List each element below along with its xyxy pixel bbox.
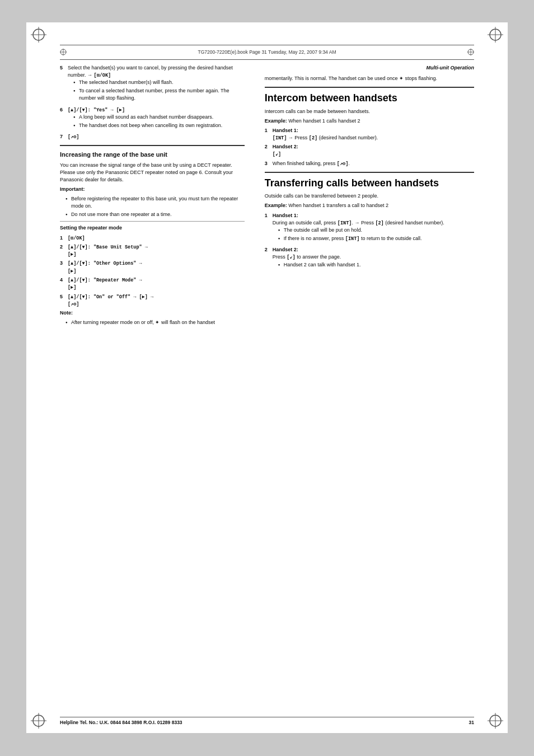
note-label: Note: (60, 309, 245, 317)
page-number: 31 (469, 720, 474, 725)
step-5-num: 5 (60, 64, 65, 105)
corner-mark-br (488, 713, 503, 729)
i-step-2-num: 2 (265, 143, 270, 158)
r-step-4-content: [▲]/[▼]: "Repeater Mode" →[►] (68, 276, 245, 292)
corner-mark-tl (31, 27, 46, 43)
repeater-step-5: 5 [▲]/[▼]: "On" or "Off" → [►] →[↗⊙] (60, 293, 245, 308)
section-divider-1 (60, 145, 245, 146)
increasing-body: You can increase the signal range of the… (60, 162, 245, 184)
setting-label: Setting the repeater mode (60, 224, 245, 232)
file-info-text: TG7200-7220E(e).book Page 31 Tuesday, Ma… (71, 49, 463, 55)
bullet-item: The selected handset number(s) will flas… (73, 79, 245, 86)
left-column: 5 Select the handset(s) you want to canc… (60, 64, 255, 705)
intercom-title: Intercom between handsets (265, 92, 474, 105)
important-label: Important: (60, 186, 245, 193)
repeater-step-1: 1 [⊞/OK] (60, 234, 245, 242)
step-6-text: [▲]/[▼]: "Yes" → [►] (68, 107, 125, 113)
r-step-5-content: [▲]/[▼]: "On" or "Off" → [►] →[↗⊙] (68, 293, 245, 308)
r-step-4-num: 4 (60, 276, 65, 292)
bullet-item: After turning repeater mode on or off, ✦… (65, 319, 245, 326)
corner-mark-bl (31, 713, 46, 729)
r-step-3-content: [▲]/[▼]: "Other Options" →[►] (68, 260, 245, 275)
transferring-section: Transferring calls between handsets Outs… (265, 177, 474, 271)
intercom-step-3: 3 When finished talking, press [↗⊙]. (265, 160, 474, 167)
step-5-button: [⊞/OK] (94, 73, 111, 78)
transfer-step-1: 1 Handset 1: During an outside call, pre… (265, 212, 474, 245)
content-area: 5 Select the handset(s) you want to canc… (60, 64, 474, 705)
bullet-item: Do not use more than one repeater at a t… (65, 211, 245, 218)
r-step-1-content: [⊞/OK] (68, 234, 245, 242)
footer-bar: Helpline Tel. No.: U.K. 0844 844 3898 R.… (60, 717, 474, 725)
repeater-step-4: 4 [▲]/[▼]: "Repeater Mode" →[►] (60, 276, 245, 292)
step-7-num: 7 (60, 133, 65, 140)
file-info-bar: TG7200-7220E(e).book Page 31 Tuesday, Ma… (60, 47, 474, 57)
transfer-step-2: 2 Handset 2: Press [↙] to answer the pag… (265, 246, 474, 270)
bullet-item: Handset 2 can talk with handset 1. (278, 261, 474, 269)
t-step-1-bullets: The outside call will be put on hold. If… (278, 227, 474, 242)
right-column: Multi-unit Operation momentarily. This i… (255, 64, 474, 705)
top-rule2 (60, 59, 474, 60)
bullet-item: To cancel a selected handset number, pre… (73, 87, 245, 102)
continued-text: momentarily. This is normal. The handset… (265, 75, 474, 82)
intercom-step-1: 1 Handset 1: [INT] → Press [2] (desired … (265, 127, 474, 142)
increasing-title: Increasing the range of the base unit (60, 151, 245, 159)
intercom-section: Intercom between handsets Intercom calls… (265, 92, 474, 167)
section-divider-3 (265, 172, 474, 173)
step-7: 7 [↗⊙] (60, 133, 245, 140)
t-step-1-num: 1 (265, 212, 270, 245)
r-step-5-num: 5 (60, 293, 65, 308)
note-bullets: After turning repeater mode on or off, ✦… (65, 319, 245, 326)
i-step-1-num: 1 (265, 127, 270, 142)
intercom-step-2: 2 Handset 2: [↙] (265, 143, 474, 158)
t-step-1-content: Handset 1: During an outside call, press… (273, 212, 474, 245)
t-step-2-bullets: Handset 2 can talk with handset 1. (278, 261, 474, 269)
section-header-right: Multi-unit Operation (265, 64, 474, 72)
repeater-step-3: 3 [▲]/[▼]: "Other Options" →[►] (60, 260, 245, 275)
r-step-3-num: 3 (60, 260, 65, 275)
bullet-item: A long beep will sound as each handset n… (73, 114, 245, 121)
step-6-content: [▲]/[▼]: "Yes" → [►] A long beep will so… (68, 106, 245, 132)
t-step-2-content: Handset 2: Press [↙] to answer the page.… (273, 246, 474, 270)
footer-helpline: Helpline Tel. No.: U.K. 0844 844 3898 R.… (60, 720, 182, 725)
bullet-item: If there is no answer, press [INT] to re… (278, 235, 474, 242)
step-6: 6 [▲]/[▼]: "Yes" → [►] A long beep will … (60, 106, 245, 132)
increasing-range-section: Increasing the range of the base unit Yo… (60, 151, 245, 326)
step-7-button: [↗⊙] (68, 134, 79, 140)
step-5: 5 Select the handset(s) you want to canc… (60, 64, 245, 105)
r-step-2-num: 2 (60, 243, 65, 259)
page: TG7200-7220E(e).book Page 31 Tuesday, Ma… (26, 22, 508, 733)
bullet-item: The outside call will be put on hold. (278, 227, 474, 234)
step-7-content: [↗⊙] (68, 133, 245, 140)
corner-mark-tr (488, 27, 503, 43)
transferring-title: Transferring calls between handsets (265, 177, 474, 190)
bullet-item: Before registering the repeater to this … (65, 195, 245, 210)
t-step-2-num: 2 (265, 246, 270, 270)
i-step-1-content: Handset 1: [INT] → Press [2] (desired ha… (273, 127, 474, 142)
r-step-2-content: [▲]/[▼]: "Base Unit Setup" →[►] (68, 243, 245, 259)
important-bullets: Before registering the repeater to this … (65, 195, 245, 218)
repeater-step-2: 2 [▲]/[▼]: "Base Unit Setup" →[►] (60, 243, 245, 259)
bullet-item: The handset does not beep when cancellin… (73, 122, 245, 129)
step-5-text: Select the handset(s) you want to cancel… (68, 65, 233, 78)
i-step-2-content: Handset 2: [↙] (273, 143, 474, 158)
step-6-bullets: A long beep will sound as each handset n… (73, 114, 245, 129)
r-step-1-num: 1 (60, 234, 65, 242)
step-6-num: 6 (60, 106, 65, 132)
thin-divider-1 (60, 221, 245, 222)
i-step-3-num: 3 (265, 160, 270, 167)
section-divider-2 (265, 87, 474, 88)
top-rule (60, 45, 474, 45)
step-5-bullets: The selected handset number(s) will flas… (73, 79, 245, 102)
i-step-3-content: When finished talking, press [↗⊙]. (273, 160, 474, 167)
intercom-example: Example: When handset 1 calls handset 2 (265, 118, 474, 125)
intercom-body: Intercom calls can be made between hands… (265, 108, 474, 115)
transferring-body: Outside calls can be transferred between… (265, 192, 474, 200)
transferring-example: Example: When handset 1 transfers a call… (265, 202, 474, 209)
step-5-content: Select the handset(s) you want to cancel… (68, 64, 245, 105)
